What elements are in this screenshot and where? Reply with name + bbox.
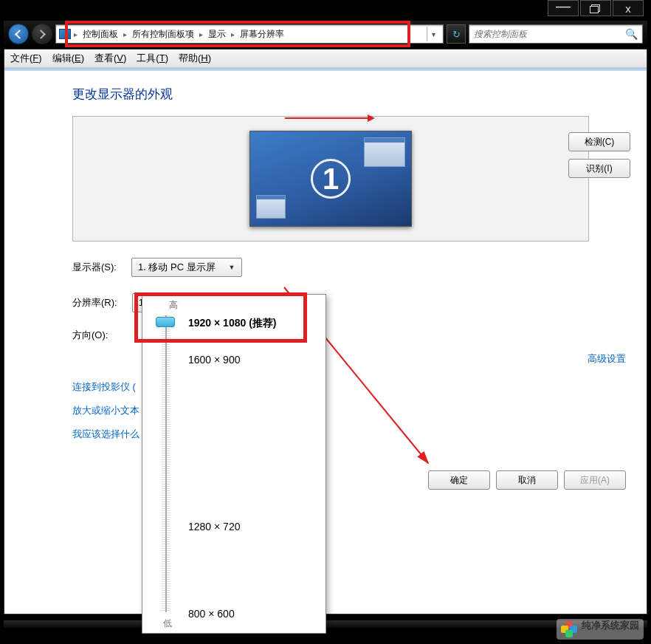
watermark-text: 纯净系统家园 www.yidaimei.com: [582, 620, 639, 638]
address-dropdown-icon[interactable]: ▾: [427, 27, 440, 41]
watermark-url: www.yidaimei.com: [582, 631, 639, 638]
chevron-right-icon: ▸: [72, 30, 79, 38]
chevron-right-icon: ▸: [230, 30, 236, 38]
display-preview-box: 1: [72, 116, 589, 242]
minimize-button[interactable]: —: [548, 0, 579, 16]
search-box[interactable]: 🔍: [469, 24, 643, 44]
resolution-option[interactable]: 800 × 600: [188, 608, 235, 620]
apply-button[interactable]: 应用(A): [564, 470, 626, 490]
search-icon[interactable]: 🔍: [625, 28, 638, 40]
breadcrumb-item[interactable]: 屏幕分辨率: [238, 28, 286, 41]
annotation-arrow: [285, 117, 373, 119]
address-bar[interactable]: ▸ 控制面板 ▸ 所有控制面板项 ▸ 显示 ▸ 屏幕分辨率 ▾: [55, 24, 444, 44]
nav-bar: ▸ 控制面板 ▸ 所有控制面板项 ▸ 显示 ▸ 屏幕分辨率 ▾ ↻ 🔍: [4, 21, 647, 47]
forward-button[interactable]: [32, 24, 52, 44]
display-value: 1. 移动 PC 显示屏: [138, 261, 216, 274]
menu-help[interactable]: 帮助(H): [179, 52, 211, 65]
projector-link[interactable]: 连接到投影仪 (: [72, 380, 140, 394]
menu-view[interactable]: 查看(V): [94, 52, 126, 65]
slider-thumb[interactable]: [156, 317, 175, 327]
resolution-option[interactable]: 1280 × 720: [188, 521, 240, 532]
breadcrumb-item[interactable]: 显示: [206, 28, 228, 41]
watermark-logo-icon: [561, 621, 577, 637]
close-button[interactable]: x: [613, 0, 644, 16]
monitor-preview[interactable]: 1: [249, 131, 412, 227]
resolution-label: 分辨率(R):: [72, 296, 117, 309]
window-controls: — x: [548, 0, 651, 21]
window-icon: [256, 195, 286, 219]
slider-low-label: 低: [163, 617, 172, 630]
monitor-number: 1: [311, 159, 351, 199]
side-buttons: 检测(C) 识别(I): [568, 132, 630, 178]
watermark-brand: 纯净系统家园: [582, 620, 639, 631]
chevron-right-icon: ▸: [198, 30, 204, 38]
breadcrumb-item[interactable]: 所有控制面板项: [130, 28, 196, 41]
chevron-right-icon: ▸: [122, 30, 128, 38]
orientation-label: 方向(O):: [72, 329, 108, 342]
page-title: 更改显示器的外观: [72, 86, 630, 103]
display-label: 显示器(S):: [72, 261, 117, 274]
restore-button[interactable]: [580, 0, 611, 16]
refresh-button[interactable]: ↻: [447, 24, 466, 44]
detect-button[interactable]: 检测(C): [568, 132, 630, 151]
resolution-dropdown: 高 1920 × 1080 (推荐) 1600 × 900 1280 × 720…: [142, 294, 326, 634]
back-button[interactable]: [8, 24, 29, 44]
cancel-button[interactable]: 取消: [496, 470, 558, 490]
which-choose-link[interactable]: 我应该选择什么: [72, 428, 140, 441]
zoom-text-link[interactable]: 放大或缩小文本: [72, 404, 140, 417]
search-input[interactable]: [474, 29, 625, 39]
display-combo[interactable]: 1. 移动 PC 显示屏 ▼: [131, 258, 242, 277]
slider-high-label: 高: [169, 299, 320, 312]
control-panel-icon: [59, 29, 71, 39]
menu-tools[interactable]: 工具(T): [137, 52, 168, 65]
help-links: 连接到投影仪 ( 放大或缩小文本 我应该选择什么: [72, 380, 140, 441]
resolution-option[interactable]: 1920 × 1080 (推荐): [188, 317, 276, 330]
menu-file[interactable]: 文件(F): [10, 52, 42, 65]
resolution-slider[interactable]: [157, 315, 175, 612]
window-icon: [364, 137, 405, 167]
resolution-option[interactable]: 1600 × 900: [188, 354, 240, 366]
breadcrumb-item[interactable]: 控制面板: [80, 28, 120, 41]
menu-edit[interactable]: 编辑(E): [52, 52, 84, 65]
watermark: 纯净系统家园 www.yidaimei.com: [557, 619, 644, 640]
menu-bar: 文件(F) 编辑(E) 查看(V) 工具(T) 帮助(H): [4, 49, 647, 68]
display-row: 显示器(S): 1. 移动 PC 显示屏 ▼: [72, 258, 630, 277]
chevron-down-icon: ▼: [225, 258, 238, 276]
advanced-settings-link[interactable]: 高级设置: [588, 352, 626, 366]
identify-button[interactable]: 识别(I): [568, 159, 630, 178]
